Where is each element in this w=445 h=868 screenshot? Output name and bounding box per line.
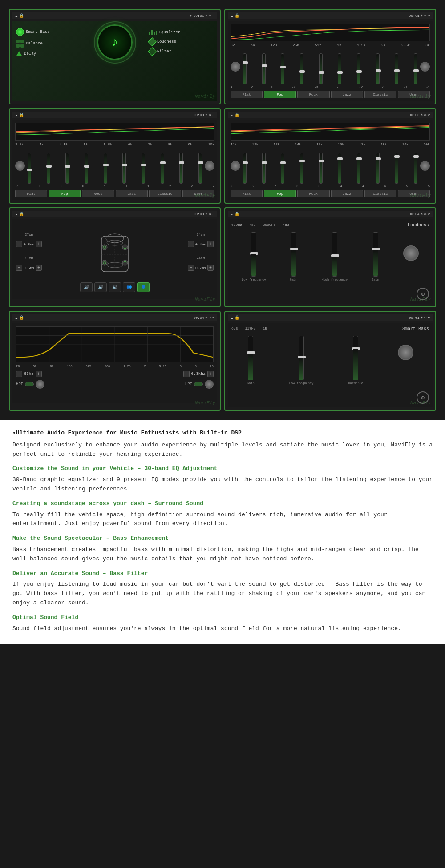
filter-lpf-toggle[interactable]	[194, 382, 203, 386]
loudness-vslider-lf[interactable]	[251, 232, 256, 277]
eq3-slider-8[interactable]	[395, 153, 398, 184]
eq1-slider-0[interactable]	[243, 53, 247, 84]
eq3-slider-6[interactable]	[357, 153, 360, 184]
cloud-icon-5: ☁	[15, 212, 17, 217]
filter-lpf-knob[interactable]	[205, 380, 214, 389]
btn-user-2[interactable]: User	[182, 190, 214, 197]
ss-preset-4[interactable]: 👥	[123, 282, 135, 292]
filter-hpf-knob[interactable]	[36, 380, 44, 389]
eq3-slider-7[interactable]	[376, 153, 380, 184]
sb-vslider-lf[interactable]	[299, 336, 304, 380]
eq1-slider-3[interactable]	[300, 53, 303, 84]
ss-plus-tr[interactable]: +	[207, 241, 214, 247]
smartbass-freq-labels: 6dB 117Hz 15	[231, 326, 267, 334]
eq2-slider-3[interactable]	[85, 153, 88, 184]
eq2-knob-right[interactable]	[205, 161, 214, 171]
eq3-knob-right[interactable]	[420, 161, 430, 171]
btn-classic-3[interactable]: Classic	[364, 190, 396, 197]
eq2-slider-4[interactable]	[104, 153, 107, 184]
eq2-slider-7[interactable]	[161, 153, 164, 184]
eq1-slider-5[interactable]	[338, 53, 341, 84]
eq1-slider-7[interactable]	[376, 53, 380, 84]
ss-preset-2[interactable]: 🔊	[94, 282, 107, 292]
eq2-slider-5[interactable]	[122, 153, 126, 184]
filter-plus-lpf[interactable]: +	[207, 371, 214, 377]
loudness-main-knob[interactable]	[403, 245, 419, 261]
btn-flat-3[interactable]: Flat	[231, 190, 263, 197]
eq3-slider-2[interactable]	[281, 153, 284, 184]
ss-minus-tr[interactable]: −	[188, 241, 194, 247]
eq1-slider-9[interactable]	[414, 53, 417, 84]
eq3-slider-3[interactable]	[300, 153, 303, 184]
eq2-slider-6[interactable]	[142, 153, 145, 184]
filter-minus-hpf[interactable]: −	[16, 371, 22, 377]
ss-preset-5[interactable]: 👤	[137, 282, 150, 292]
eq1-knob-right[interactable]	[420, 62, 430, 72]
btn-rock-2[interactable]: Rock	[82, 190, 114, 197]
loudness-vslider-hf[interactable]	[332, 232, 337, 277]
equalizer-item[interactable]: Equalizer	[149, 30, 214, 35]
smartbass-main-knob[interactable]	[398, 345, 413, 360]
filter-plus-hpf[interactable]: +	[36, 371, 42, 377]
btn-pop-2[interactable]: Pop	[49, 190, 81, 197]
filter-item[interactable]: Filter	[149, 48, 214, 55]
sb-vslider-gain[interactable]	[248, 336, 253, 380]
sb-target-btn[interactable]: ⊕	[417, 391, 429, 404]
btn-flat-2[interactable]: Flat	[15, 190, 47, 197]
btn-user-3[interactable]: User	[398, 190, 430, 197]
loudness-target-btn[interactable]: ⊕	[417, 288, 429, 300]
ss-preset-1[interactable]: 🔊	[80, 282, 93, 292]
filter-minus-lpf[interactable]: −	[183, 371, 190, 377]
eq3-slider-4[interactable]	[319, 153, 323, 184]
btn-pop-1[interactable]: Pop	[264, 91, 296, 98]
ss-preset-3[interactable]: 🔊	[109, 282, 121, 292]
btn-rock-3[interactable]: Rock	[297, 190, 329, 197]
loudness-vslider-gain2[interactable]	[373, 232, 378, 277]
eq3-slider-0[interactable]	[243, 153, 247, 184]
loudness-vslider-gain1[interactable]	[291, 232, 296, 277]
ss-minus-bl[interactable]: −	[16, 265, 22, 271]
btn-user-1[interactable]: User	[398, 91, 430, 98]
eq2-slider-1[interactable]	[47, 153, 50, 184]
filter-hpf-toggle[interactable]	[25, 382, 34, 386]
ss-minus-tl[interactable]: −	[16, 241, 22, 247]
btn-jazz-3[interactable]: Jazz	[331, 190, 363, 197]
ss-plus-br[interactable]: +	[207, 265, 214, 271]
loudness-lf-label: Low frequency	[242, 278, 266, 281]
smart-bass-knob[interactable]	[16, 28, 24, 36]
eq3-slider-9[interactable]	[414, 153, 417, 184]
lf-label3: 2000Hz	[263, 223, 275, 227]
eq1-knob-left[interactable]	[231, 62, 240, 72]
btn-pop-3[interactable]: Pop	[264, 190, 296, 197]
eq2-slider-9[interactable]	[198, 153, 202, 184]
btn-rock-1[interactable]: Rock	[297, 91, 329, 98]
sb-vslider-harmonic[interactable]	[353, 336, 358, 380]
eq2-slider-0[interactable]	[28, 153, 31, 184]
music-disc[interactable]: ♪	[97, 24, 133, 60]
eq3-slider-5[interactable]	[338, 153, 341, 184]
btn-classic-2[interactable]: Classic	[149, 190, 181, 197]
eq1-slider-2[interactable]	[281, 53, 284, 84]
smart-bass-item[interactable]: Smart Bass	[16, 28, 81, 36]
eq1-slider-1[interactable]	[262, 53, 266, 84]
btn-jazz-2[interactable]: Jazz	[116, 190, 148, 197]
ss-minus-br[interactable]: −	[188, 265, 194, 271]
eq1-slider-8[interactable]	[395, 53, 398, 84]
eq2-slider-8[interactable]	[179, 153, 183, 184]
battery-icon: ▭	[209, 14, 211, 18]
loudness-item[interactable]: Loudness	[149, 39, 214, 45]
eq2-labels: 3.5k4k4.5k 5k5.5k6k 7k8k9k10k	[15, 142, 214, 146]
eq3-knob-left[interactable]	[231, 161, 240, 171]
ss-plus-bl[interactable]: +	[36, 265, 42, 271]
balance-item[interactable]: Balance	[16, 40, 81, 48]
eq3-slider-1[interactable]	[262, 153, 266, 184]
btn-flat-1[interactable]: Flat	[231, 91, 263, 98]
delay-item[interactable]: Delay	[16, 51, 81, 56]
btn-classic-1[interactable]: Classic	[364, 91, 396, 98]
eq1-slider-6[interactable]	[357, 53, 360, 84]
ss-plus-tl[interactable]: +	[36, 241, 42, 247]
eq2-slider-2[interactable]	[65, 153, 69, 184]
eq1-slider-4[interactable]	[319, 53, 323, 84]
eq2-knob-left[interactable]	[15, 161, 25, 171]
btn-jazz-1[interactable]: Jazz	[331, 91, 363, 98]
